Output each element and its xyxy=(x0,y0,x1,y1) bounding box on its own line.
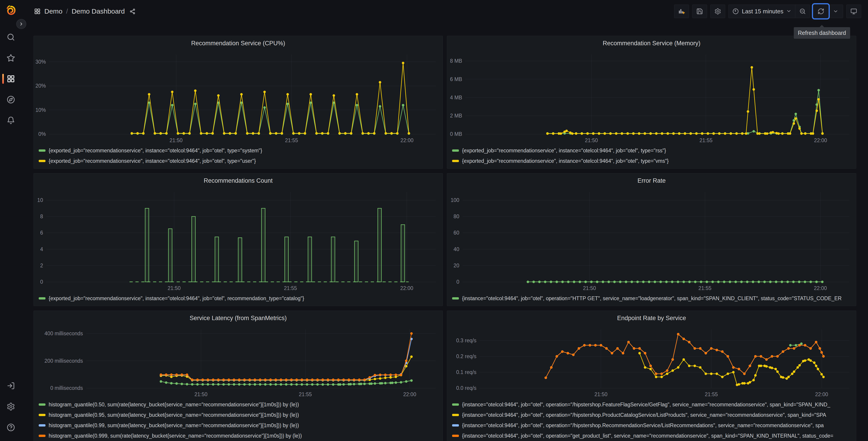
refresh-dashboard-button[interactable] xyxy=(813,4,828,18)
svg-text:0 MB: 0 MB xyxy=(450,131,462,137)
chart-canvas[interactable]: 0%10%20%30%21:5021:5522:00 xyxy=(34,51,443,145)
panel-title[interactable]: Recommendation Service (CPU%) xyxy=(34,36,443,51)
search-icon xyxy=(6,33,15,41)
zoom-out-time-button[interactable] xyxy=(795,4,810,18)
legend-item[interactable]: {instance="otelcol:9464", job="otel", op… xyxy=(452,293,856,303)
panel-title[interactable]: Endpoint Rate by Service xyxy=(447,311,856,325)
svg-text:6: 6 xyxy=(40,230,43,236)
legend-item[interactable]: histogram_quantile(0.95, sum(rate(latenc… xyxy=(39,410,443,420)
chart-canvas[interactable]: 0.0 req/s0.1 req/s0.2 req/s0.3 req/s21:5… xyxy=(447,325,856,399)
cycle-view-mode-button[interactable] xyxy=(846,4,861,18)
grafana-app: Demo / Demo Dashboard xyxy=(0,0,868,441)
svg-text:21:55: 21:55 xyxy=(285,138,298,143)
svg-text:21:55: 21:55 xyxy=(700,138,713,143)
breadcrumb-page[interactable]: Demo Dashboard xyxy=(71,7,125,15)
panel: Recommendations Count024681021:5021:5522… xyxy=(33,173,443,306)
chevron-down-icon xyxy=(833,9,838,14)
legend-swatch xyxy=(39,404,45,406)
panel-legend: histogram_quantile(0.50, sum(rate(latenc… xyxy=(34,399,443,441)
svg-text:21:55: 21:55 xyxy=(698,285,711,291)
legend-item[interactable]: {exported_job="recommendationservice", i… xyxy=(452,156,856,166)
grafana-logo[interactable] xyxy=(4,4,17,17)
panel-title[interactable]: Service Latency (from SpanMetrics) xyxy=(34,311,443,325)
add-panel-button[interactable] xyxy=(674,4,689,18)
panel-title[interactable]: Recommendations Count xyxy=(34,173,443,188)
time-range-picker[interactable]: Last 15 minutes xyxy=(728,4,795,18)
sidebar-bottom-menu xyxy=(0,375,22,438)
svg-text:22:00: 22:00 xyxy=(400,285,413,291)
legend-swatch xyxy=(452,149,459,152)
legend-swatch xyxy=(39,414,45,416)
sidebar-expand-button[interactable] xyxy=(16,19,26,29)
sidebar-item-starred[interactable] xyxy=(0,48,22,68)
share-icon xyxy=(129,8,135,14)
monitor-icon xyxy=(850,8,857,15)
panel-legend: {exported_job="recommendationservice", i… xyxy=(447,145,856,169)
legend-label: histogram_quantile(0.50, sum(rate(latenc… xyxy=(49,402,299,408)
chart-canvas[interactable]: 024681021:5021:5522:00 xyxy=(34,188,443,293)
refresh-interval-dropdown[interactable] xyxy=(828,4,843,18)
legend-swatch xyxy=(39,160,45,162)
zoom-out-icon xyxy=(799,8,806,15)
sidebar-item-explore[interactable] xyxy=(0,89,22,110)
legend-swatch xyxy=(39,149,45,152)
panel: Recommendation Service (Memory)0 MB2 MB4… xyxy=(447,36,856,169)
time-range-label: Last 15 minutes xyxy=(742,8,783,15)
breadcrumb: Demo / Demo Dashboard xyxy=(34,7,135,15)
legend-item[interactable]: {exported_job="recommendationservice", i… xyxy=(452,145,856,156)
svg-text:21:50: 21:50 xyxy=(194,391,208,397)
svg-text:8 MB: 8 MB xyxy=(450,58,462,64)
svg-text:400 milliseconds: 400 milliseconds xyxy=(44,330,83,336)
legend-item[interactable]: {instance="otelcol:9464", job="otel", op… xyxy=(452,420,856,431)
chart-canvas[interactable]: 0 milliseconds200 milliseconds400 millis… xyxy=(34,325,443,399)
breadcrumb-section[interactable]: Demo xyxy=(44,7,62,15)
svg-text:0.2 req/s: 0.2 req/s xyxy=(456,353,476,359)
svg-text:20%: 20% xyxy=(35,83,46,89)
star-icon xyxy=(6,54,15,62)
legend-label: {instance="otelcol:9464", job="otel", op… xyxy=(462,295,841,301)
legend-item[interactable]: {exported_job="recommendationservice", i… xyxy=(39,156,443,166)
svg-text:0%: 0% xyxy=(38,131,46,137)
legend-item[interactable]: histogram_quantile(0.50, sum(rate(latenc… xyxy=(39,399,443,410)
legend-item[interactable]: {exported_job="recommendationservice", i… xyxy=(39,145,443,156)
legend-item[interactable]: {instance="otelcol:9464", job="otel", op… xyxy=(452,399,856,410)
dashboard-settings-button[interactable] xyxy=(710,4,725,18)
refresh-icon xyxy=(817,8,824,15)
sidebar-item-alerting[interactable] xyxy=(0,110,22,131)
sidebar-item-configuration[interactable] xyxy=(0,396,22,417)
gear-icon xyxy=(6,402,15,411)
grafana-flame-icon xyxy=(4,4,17,17)
legend-swatch xyxy=(452,424,459,427)
sidebar-menu xyxy=(0,27,22,131)
svg-text:30%: 30% xyxy=(35,59,46,65)
legend-item[interactable]: histogram_quantile(0.99, sum(rate(latenc… xyxy=(39,420,443,431)
legend-swatch xyxy=(452,404,459,406)
sidebar-item-search[interactable] xyxy=(0,27,22,48)
legend-item[interactable]: histogram_quantile(0.999, sum(rate(laten… xyxy=(39,431,443,441)
svg-text:21:50: 21:50 xyxy=(585,138,598,143)
legend-swatch xyxy=(39,435,45,437)
svg-text:10%: 10% xyxy=(35,107,46,113)
bell-icon xyxy=(6,116,15,125)
legend-item[interactable]: {instance="otelcol:9464", job="otel", op… xyxy=(452,410,856,420)
time-range-group: Last 15 minutes xyxy=(728,4,810,18)
sidebar-item-help[interactable] xyxy=(0,417,22,438)
sidebar-item-dashboards[interactable] xyxy=(0,68,22,89)
panel-title[interactable]: Error Rate xyxy=(447,173,856,188)
chart-canvas[interactable]: 0 MB2 MB4 MB6 MB8 MB21:5021:5522:00 xyxy=(447,51,856,145)
legend-swatch xyxy=(452,414,459,416)
save-dashboard-button[interactable] xyxy=(692,4,707,18)
svg-text:4: 4 xyxy=(40,246,43,252)
legend-item[interactable]: {instance="otelcol:9464", job="otel", op… xyxy=(452,431,856,441)
svg-text:0.1 req/s: 0.1 req/s xyxy=(456,369,476,375)
breadcrumb-separator: / xyxy=(66,7,68,15)
chart-canvas[interactable]: 02040608010021:5021:5522:00 xyxy=(447,188,856,293)
legend-item[interactable]: {exported_job="recommendationservice", i… xyxy=(39,293,443,303)
panel-legend: {instance="otelcol:9464", job="otel", op… xyxy=(447,293,856,306)
svg-text:21:50: 21:50 xyxy=(169,138,183,143)
svg-text:2 MB: 2 MB xyxy=(450,113,462,119)
panel: Recommendation Service (CPU%)0%10%20%30%… xyxy=(33,36,443,169)
share-dashboard-button[interactable] xyxy=(129,8,135,14)
svg-text:22:00: 22:00 xyxy=(814,138,827,143)
sidebar-item-sign-in[interactable] xyxy=(0,375,22,396)
